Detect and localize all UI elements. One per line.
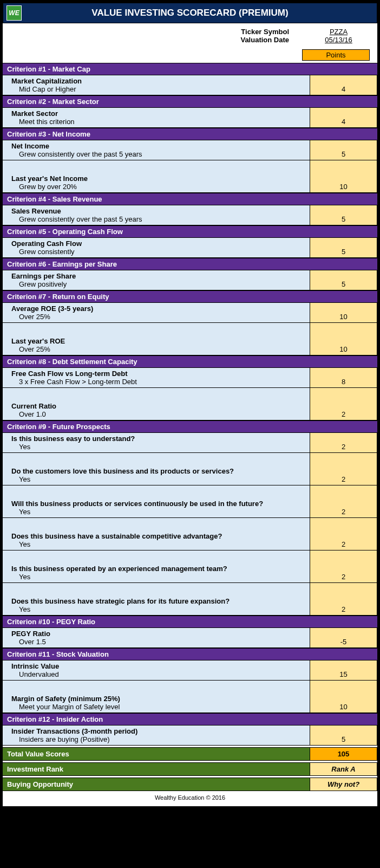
criterion-item-row: Market CapitalizationMid Cap or Higher4 — [3, 75, 377, 95]
header-bar: WE VALUE INVESTING SCORECARD (PREMIUM) — [3, 3, 377, 23]
criterion-title: Sales Revenue — [11, 207, 305, 215]
criterion-item-row: Free Cash Flow vs Long-term Debt3 x Free… — [3, 368, 377, 388]
criterion-sub: Insiders are buying (Positive) — [15, 735, 305, 743]
criterion-header: Criterion #12 - Insider Action — [3, 713, 377, 726]
criterion-desc: Last year's Net IncomeGrew by over 20% — [3, 173, 310, 192]
date-value: 05/13/16 — [305, 36, 372, 44]
criterion-title: Last year's Net Income — [11, 174, 305, 183]
investment-rank-label: Investment Rank — [3, 763, 310, 775]
criterion-desc: Market CapitalizationMid Cap or Higher — [3, 75, 310, 95]
criterion-points: 5 — [310, 205, 377, 225]
criterion-points: 4 — [310, 108, 377, 127]
criterion-points: 2 — [310, 530, 377, 550]
criterion-header: Criterion #1 - Market Cap — [3, 63, 377, 75]
criterion-sub: Grew consistently over the past 5 years — [15, 150, 305, 158]
criterion-header: Criterion #7 - Return on Equity — [3, 290, 377, 303]
criterion-title: Current Ratio — [11, 402, 305, 410]
criterion-points: 2 — [310, 563, 377, 582]
criterion-header: Criterion #11 - Stock Valuation — [3, 648, 377, 660]
criterion-item-row: Margin of Safety (minimum 25%)Meet your … — [3, 693, 377, 713]
criterion-desc: Average ROE (3-5 years)Over 25% — [3, 303, 310, 322]
criterion-title: Earnings per Share — [11, 272, 305, 280]
criterion-points: 5 — [310, 140, 377, 160]
criterion-sub: Grew by over 20% — [15, 183, 305, 191]
criterion-item-row: Operating Cash FlowGrew consistently5 — [3, 238, 377, 258]
criterion-title: Insider Transactions (3-month period) — [11, 727, 305, 735]
criterion-title: PEGY Ratio — [11, 630, 305, 638]
criterion-item-row: Will this business products or services … — [3, 498, 377, 518]
criterion-sub: Meet this criterion — [15, 118, 305, 126]
total-score-row: Total Value Scores 105 — [3, 747, 377, 761]
criterion-header: Criterion #2 - Market Sector — [3, 95, 377, 108]
criterion-sub: Yes — [15, 605, 305, 613]
criterion-sub: Yes — [15, 443, 305, 451]
ticker-value: PZZA — [305, 28, 372, 36]
logo-icon: WE — [6, 5, 22, 21]
criterion-desc: Current RatioOver 1.0 — [3, 400, 310, 420]
criterion-points: 2 — [310, 465, 377, 485]
criterion-desc: Intrinsic ValueUndervalued — [3, 660, 310, 680]
criterion-desc: Will this business products or services … — [3, 498, 310, 517]
criterion-header: Criterion #10 - PEGY Ratio — [3, 616, 377, 628]
criterion-sub: Over 1.5 — [15, 638, 305, 646]
criterion-sub: Undervalued — [15, 670, 305, 678]
criterion-title: Market Capitalization — [11, 77, 305, 85]
criterion-points: 2 — [310, 498, 377, 517]
date-label: Valuation Date — [181, 36, 305, 44]
buying-opportunity-row: Buying Opportunity Why not? — [3, 778, 377, 791]
criterion-sub: Over 25% — [15, 313, 305, 321]
spacer-row — [3, 518, 377, 530]
points-header: Points — [302, 49, 370, 61]
criterion-desc: Margin of Safety (minimum 25%)Meet your … — [3, 693, 310, 712]
criterion-sub: Grew positively — [15, 280, 305, 288]
criterion-title: Operating Cash Flow — [11, 239, 305, 248]
criterion-points: 2 — [310, 433, 377, 452]
total-score-label: Total Value Scores — [3, 748, 310, 760]
criterion-desc: Operating Cash FlowGrew consistently — [3, 238, 310, 257]
criterion-desc: Last year's ROEOver 25% — [3, 335, 310, 355]
criterion-header: Criterion #9 - Future Prospects — [3, 420, 377, 433]
criterion-sub: Meet your Margin of Safety level — [15, 703, 305, 711]
criteria-container: Criterion #1 - Market CapMarket Capitali… — [3, 63, 377, 746]
criterion-item-row: PEGY RatioOver 1.5-5 — [3, 628, 377, 648]
criterion-sub: Over 25% — [15, 345, 305, 353]
criterion-header: Criterion #3 - Net Income — [3, 128, 377, 140]
criterion-points: 5 — [310, 726, 377, 745]
criterion-desc: Free Cash Flow vs Long-term Debt3 x Free… — [3, 368, 310, 387]
criterion-points: 5 — [310, 238, 377, 257]
spacer-row — [3, 453, 377, 465]
ticker-label: Ticker Symbol — [181, 28, 305, 36]
criterion-title: Margin of Safety (minimum 25%) — [11, 695, 305, 703]
criterion-item-row: Does this business have a sustainable co… — [3, 530, 377, 550]
criterion-points: -5 — [310, 628, 377, 647]
criterion-sub: Yes — [15, 573, 305, 581]
criterion-title: Does this business have strategic plans … — [11, 597, 305, 605]
criterion-sub: 3 x Free Cash Flow > Long-term Debt — [15, 378, 305, 386]
investment-rank-value: Rank A — [310, 763, 377, 775]
criterion-header: Criterion #4 - Sales Revenue — [3, 193, 377, 205]
meta-block: Ticker Symbol PZZA Valuation Date 05/13/… — [3, 23, 377, 63]
criterion-item-row: Earnings per ShareGrew positively5 — [3, 270, 377, 290]
criterion-item-row: Is this business operated by an experien… — [3, 563, 377, 583]
criterion-points: 5 — [310, 270, 377, 290]
criterion-points: 8 — [310, 368, 377, 387]
criterion-points: 2 — [310, 595, 377, 615]
criterion-points: 10 — [310, 173, 377, 192]
criterion-item-row: Sales RevenueGrew consistently over the … — [3, 205, 377, 225]
criterion-desc: Is this business easy to understand?Yes — [3, 433, 310, 452]
criterion-title: Market Sector — [11, 109, 305, 118]
criterion-points: 10 — [310, 303, 377, 322]
spacer-row — [3, 681, 377, 693]
footer-text: Wealthy Education © 2016 — [3, 791, 377, 806]
criterion-item-row: Is this business easy to understand?Yes2 — [3, 433, 377, 453]
criterion-desc: Does this business have a sustainable co… — [3, 530, 310, 550]
criterion-header: Criterion #8 - Debt Settlement Capacity — [3, 355, 377, 368]
criterion-sub: Yes — [15, 508, 305, 516]
criterion-title: Intrinsic Value — [11, 662, 305, 670]
criterion-title: Net Income — [11, 142, 305, 150]
criterion-sub: Yes — [15, 540, 305, 548]
criterion-item-row: Average ROE (3-5 years)Over 25%10 — [3, 303, 377, 323]
criterion-item-row: Market SectorMeet this criterion4 — [3, 108, 377, 128]
criterion-item-row: Intrinsic ValueUndervalued15 — [3, 660, 377, 681]
buying-opportunity-value: Why not? — [310, 778, 377, 791]
